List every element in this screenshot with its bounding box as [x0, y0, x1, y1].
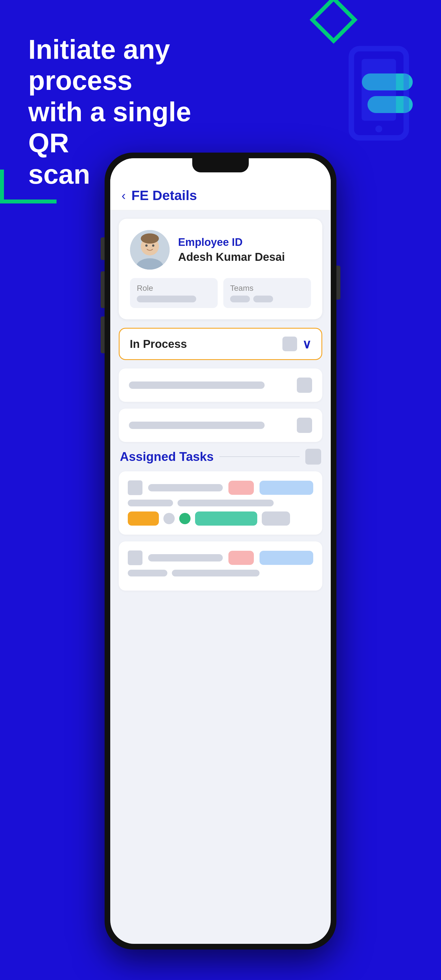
task-1-dot-green	[179, 513, 191, 524]
list-item-1[interactable]	[119, 369, 322, 402]
phone-notch	[192, 158, 249, 172]
page-title: FE Details	[131, 188, 197, 203]
task-1-row-2	[128, 500, 313, 506]
task-1-badge-blue	[260, 480, 313, 495]
app-header: ‹ FE Details	[110, 181, 331, 210]
task-2-badge-blue	[260, 551, 313, 565]
employee-name: Adesh Kumar Desai	[178, 251, 285, 263]
phone-frame: ‹ FE Details	[105, 153, 336, 950]
employee-id-label: Employee ID	[178, 236, 285, 248]
task-2-checkbox[interactable]	[128, 550, 142, 565]
employee-text: Employee ID Adesh Kumar Desai	[178, 236, 285, 263]
phone-button-left-vol-down	[100, 317, 105, 353]
avatar	[130, 230, 170, 270]
teams-bars	[230, 296, 304, 302]
role-teams-row: Role Teams	[130, 278, 311, 308]
assigned-tasks-title: Assigned Tasks	[120, 450, 214, 464]
phone-button-left-power	[100, 237, 105, 260]
employee-info-row: Employee ID Adesh Kumar Desai	[130, 230, 311, 270]
list-item-2-bar	[129, 422, 264, 429]
headline-line3: scan	[28, 159, 90, 189]
status-dropdown-right: ∨	[282, 337, 311, 351]
status-icon-box	[282, 337, 297, 351]
task-1-main-bar	[148, 484, 223, 492]
status-dropdown[interactable]: In Process ∨	[119, 328, 322, 360]
task-1-dot-gray	[163, 513, 175, 524]
teams-box: Teams	[223, 278, 311, 308]
phone-button-left-vol-up	[100, 271, 105, 308]
section-divider	[220, 457, 300, 457]
tasks-section-icon	[305, 449, 321, 465]
assigned-tasks-header: Assigned Tasks	[119, 449, 322, 465]
back-button[interactable]: ‹	[121, 188, 126, 203]
task-1-row-3	[128, 511, 313, 526]
task-2-row-2	[128, 570, 313, 576]
svg-point-6	[141, 234, 159, 243]
task-1-badge-teal	[195, 511, 257, 526]
task-1-row-1	[128, 480, 313, 495]
list-item-1-icon	[297, 377, 312, 393]
svg-point-7	[145, 245, 148, 247]
task-1-badge-gray	[262, 511, 290, 526]
chevron-down-icon: ∨	[302, 337, 311, 351]
svg-rect-1	[361, 59, 396, 121]
task-2-sub-bar-1	[128, 570, 167, 576]
list-item-2[interactable]	[119, 409, 322, 442]
task-2-main-bar	[148, 554, 223, 562]
task-1-badge-pink	[228, 480, 254, 495]
role-label: Role	[137, 284, 211, 293]
task-1-sub-bar-2	[178, 500, 274, 506]
employee-card: Employee ID Adesh Kumar Desai Role Teams	[119, 219, 322, 319]
list-item-1-bar	[129, 382, 264, 389]
task-2-sub-bar-2	[172, 570, 260, 576]
teams-label: Teams	[230, 284, 304, 293]
svg-point-8	[152, 245, 154, 247]
teams-bar-2	[253, 296, 273, 302]
role-bar	[137, 296, 196, 302]
task-1-checkbox[interactable]	[128, 480, 142, 495]
screen-content: Employee ID Adesh Kumar Desai Role Teams	[110, 210, 331, 606]
task-card-1	[119, 471, 322, 535]
phone-button-right	[336, 266, 341, 299]
task-1-badge-orange	[128, 511, 159, 526]
task-2-row-1	[128, 550, 313, 565]
teams-bar-1	[230, 296, 250, 302]
list-item-2-icon	[297, 418, 312, 433]
phone-screen: ‹ FE Details	[110, 158, 331, 944]
status-label: In Process	[130, 338, 187, 350]
bg-diamond-decoration	[310, 0, 358, 44]
task-1-sub-bar-1	[128, 500, 173, 506]
task-2-badge-pink	[228, 551, 254, 565]
svg-point-2	[376, 126, 382, 132]
bg-phone-icon	[342, 45, 416, 141]
task-card-2	[119, 541, 322, 590]
role-box: Role	[130, 278, 218, 308]
headline-line2: with a single QR	[28, 97, 191, 158]
headline-line1: Initiate any process	[28, 34, 170, 95]
